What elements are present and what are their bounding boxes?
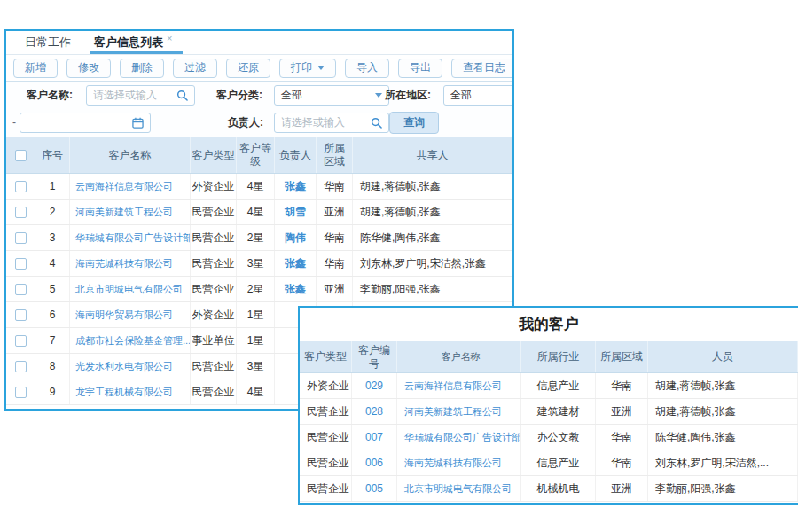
cell-customer-type: 民营企业 bbox=[191, 200, 237, 224]
customer-name-input[interactable]: 请选择或输入 bbox=[86, 85, 195, 106]
row-checkbox[interactable] bbox=[15, 207, 27, 218]
checkbox-cell bbox=[6, 379, 35, 404]
close-icon[interactable]: × bbox=[167, 33, 172, 43]
row-checkbox[interactable] bbox=[15, 387, 27, 398]
filter-row-1: 客户名称: 请选择或输入 客户分类: 全部 所在地区: 全部 bbox=[6, 82, 512, 109]
export-button[interactable]: 导出 bbox=[398, 59, 442, 78]
cell-grade: 4星 bbox=[237, 200, 275, 224]
cell-industry: 建筑建材 bbox=[521, 399, 596, 424]
customer-name-link[interactable]: 华瑞城有限公司广告设计部 bbox=[75, 231, 191, 245]
table-row[interactable]: 4海南芜城科技有限公司民营企业3星张鑫华南刘东林,罗广明,宋洁然,张鑫 bbox=[6, 251, 512, 277]
owner-link[interactable]: 张鑫 bbox=[285, 282, 306, 297]
print-button[interactable]: 打印 bbox=[279, 59, 336, 78]
row-checkbox[interactable] bbox=[15, 232, 27, 244]
row-checkbox[interactable] bbox=[15, 284, 27, 295]
cell-customer-type: 民营企业 bbox=[300, 476, 352, 501]
table-row[interactable]: 3华瑞城有限公司广告设计部民营企业2星陶伟华南陈华健,陶伟,张鑫 bbox=[6, 225, 512, 251]
cell-industry: 办公文教 bbox=[521, 425, 596, 450]
cell-staff: 胡建,蒋德帧,张鑫 bbox=[648, 373, 798, 398]
table-row[interactable]: 民营企业028河南美新建筑工程公司建筑建材亚洲胡建,蒋德帧,张鑫 bbox=[300, 399, 798, 425]
table-row[interactable]: 民营企业005北京市明城电气有限公司机械机电亚洲李勤丽,阳强,张鑫 bbox=[300, 476, 798, 502]
customer-name-link[interactable]: 云南海祥信息有限公司 bbox=[75, 180, 173, 193]
cell-grade: 1星 bbox=[237, 302, 275, 327]
row-checkbox[interactable] bbox=[15, 309, 27, 321]
select-all-checkbox[interactable] bbox=[15, 150, 27, 161]
table-row[interactable]: 外资企业029云南海祥信息有限公司信息产业华南胡建,蒋德帧,张鑫 bbox=[300, 373, 798, 399]
restore-button[interactable]: 还原 bbox=[226, 59, 270, 78]
checkbox-cell bbox=[6, 302, 35, 327]
customer-code-link[interactable]: 005 bbox=[365, 482, 383, 495]
row-checkbox[interactable] bbox=[15, 181, 27, 192]
query-button[interactable]: 查询 bbox=[389, 112, 439, 134]
customer-code-link[interactable]: 007 bbox=[365, 431, 383, 443]
toolbar: 新增 修改 删除 过滤 还原 打印 导入 导出 查看日志 bbox=[6, 55, 512, 82]
cell-customer-code: 028 bbox=[352, 399, 397, 424]
customer-name-link[interactable]: 成都市社会保险基金管理... bbox=[75, 334, 191, 348]
cell-industry: 信息产业 bbox=[521, 373, 596, 398]
table-row[interactable]: 1云南海祥信息有限公司外资企业4星张鑫华南胡建,蒋德帧,张鑫 bbox=[6, 174, 512, 200]
cell-customer-type: 民营企业 bbox=[191, 251, 237, 276]
add-button[interactable]: 新增 bbox=[13, 59, 58, 78]
select-value: 全部 bbox=[281, 88, 375, 103]
cell-customer-name: 海南芜城科技有限公司 bbox=[70, 251, 191, 276]
cell-customer-name: 云南海祥信息有限公司 bbox=[70, 174, 191, 199]
cell-customer-type: 民营企业 bbox=[191, 379, 237, 404]
owner-link[interactable]: 张鑫 bbox=[285, 256, 306, 271]
cell-grade: 2星 bbox=[237, 277, 275, 301]
row-checkbox[interactable] bbox=[15, 361, 27, 372]
customer-name-link[interactable]: 海南芜城科技有限公司 bbox=[75, 257, 173, 270]
customer-name-link[interactable]: 北京市明城电气有限公司 bbox=[75, 283, 183, 296]
column-header-grade: 客户等级 bbox=[237, 137, 275, 173]
customer-name-link[interactable]: 北京市明城电气有限公司 bbox=[404, 482, 512, 496]
select-all-cell bbox=[6, 137, 35, 173]
customer-class-select[interactable]: 全部 bbox=[274, 85, 389, 106]
customer-name-link[interactable]: 光发水利水电有限公司 bbox=[75, 360, 173, 373]
cell-index: 8 bbox=[35, 354, 70, 379]
owner-link[interactable]: 张鑫 bbox=[285, 179, 306, 194]
cell-index: 2 bbox=[35, 200, 70, 224]
table-row[interactable]: 民营企业006海南芜城科技有限公司信息产业华南刘东林,罗广明,宋洁然,... bbox=[300, 450, 798, 476]
checkbox-cell bbox=[6, 328, 35, 353]
import-button[interactable]: 导入 bbox=[345, 59, 389, 78]
column-header-staff: 人员 bbox=[648, 341, 798, 372]
placeholder-text: 请选择或输入 bbox=[93, 88, 176, 103]
checkbox-cell bbox=[6, 251, 35, 276]
cell-region: 华南 bbox=[317, 225, 353, 250]
date-input[interactable] bbox=[20, 113, 151, 133]
owner-input[interactable]: 请选择或输入 bbox=[274, 113, 389, 133]
owner-link[interactable]: 陶伟 bbox=[285, 231, 306, 246]
edit-button[interactable]: 修改 bbox=[66, 59, 111, 78]
region-select[interactable]: 全部 bbox=[443, 85, 514, 106]
cell-staff: 胡建,蒋德帧,张鑫 bbox=[648, 399, 798, 424]
cell-staff: 李勤丽,阳强,张鑫 bbox=[648, 476, 798, 501]
customer-name-link[interactable]: 云南海祥信息有限公司 bbox=[404, 379, 502, 393]
owner-link[interactable]: 胡雪 bbox=[285, 205, 306, 220]
tab-customer-info-list[interactable]: 客户信息列表 × bbox=[94, 31, 172, 54]
column-header-region: 所属区域 bbox=[596, 341, 648, 372]
table-row[interactable]: 5北京市明城电气有限公司民营企业2星张鑫亚洲李勤丽,阳强,张鑫 bbox=[6, 277, 512, 302]
checkbox-cell bbox=[6, 200, 35, 224]
cell-index: 6 bbox=[35, 302, 70, 327]
button-label: 导入 bbox=[356, 60, 378, 75]
customer-code-link[interactable]: 006 bbox=[365, 457, 383, 469]
row-checkbox[interactable] bbox=[15, 335, 27, 347]
cell-customer-name: 云南海祥信息有限公司 bbox=[397, 373, 521, 398]
delete-button[interactable]: 删除 bbox=[120, 59, 164, 78]
cell-index: 7 bbox=[35, 328, 70, 353]
customer-name-link[interactable]: 河南美新建筑工程公司 bbox=[75, 206, 173, 219]
column-header-customer-type: 客户类型 bbox=[300, 341, 352, 372]
view-log-button[interactable]: 查看日志 bbox=[451, 59, 514, 78]
customer-name-link[interactable]: 海南明华贸易有限公司 bbox=[75, 309, 173, 322]
customer-name-link[interactable]: 龙宇工程机械有限公司 bbox=[75, 386, 173, 399]
customer-name-link[interactable]: 海南芜城科技有限公司 bbox=[404, 457, 502, 470]
tab-daily-work[interactable]: 日常工作 bbox=[25, 31, 71, 54]
customer-code-link[interactable]: 029 bbox=[365, 379, 383, 392]
row-checkbox[interactable] bbox=[15, 258, 27, 270]
customer-code-link[interactable]: 028 bbox=[365, 405, 383, 418]
filter-button[interactable]: 过滤 bbox=[173, 59, 217, 78]
table-row[interactable]: 2河南美新建筑工程公司民营企业4星胡雪亚洲胡建,蒋德帧,张鑫 bbox=[6, 200, 512, 225]
customer-class-label: 客户分类: bbox=[216, 82, 262, 109]
customer-name-link[interactable]: 华瑞城有限公司广告设计部 bbox=[404, 431, 521, 444]
table-row[interactable]: 民营企业007华瑞城有限公司广告设计部办公文教华南陈华健,陶伟,张鑫 bbox=[300, 425, 798, 450]
customer-name-link[interactable]: 河南美新建筑工程公司 bbox=[404, 405, 502, 419]
